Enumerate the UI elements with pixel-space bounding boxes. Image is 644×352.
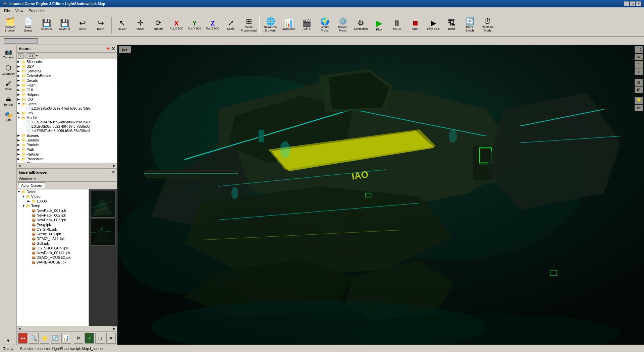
tree-procedural[interactable]: ▶ 📁 Procedural — [17, 157, 117, 161]
save-as-button[interactable]: 💾 Save As — [38, 15, 55, 35]
menu-file[interactable]: File — [1, 8, 13, 13]
imperial-close-button[interactable]: ✕ — [112, 170, 115, 175]
file-newpack002[interactable]: 📦 NewPack_002.ipk — [17, 213, 89, 218]
tree-helpers[interactable]: ▶ 📁 Helpers — [17, 92, 117, 97]
imperial-star-button[interactable]: ⭐ — [40, 333, 49, 344]
sidebar-imb-tool[interactable]: 🎭 IMB — [1, 109, 16, 124]
vp-move2-button[interactable]: ⧉ — [635, 79, 643, 86]
file-newpack003[interactable]: 📦 NewPack_003.ipk — [17, 218, 89, 222]
sidebar-camera-tool[interactable]: 📷 Camera — [1, 46, 16, 61]
file-os-shotgun[interactable]: 📦 OS_SHOTGUN.ipk — [17, 246, 89, 250]
tree-sounds[interactable]: ▶ 📁 Sounds — [17, 138, 117, 142]
sidebar-paint-tool[interactable]: 🖌 Paint — [1, 78, 16, 93]
file-newpack00144[interactable]: 📦 NewPack_00144.ipk — [17, 250, 89, 255]
file-cy-girl[interactable]: 📦 CY-GIRL.ipk — [17, 227, 89, 232]
scale-button[interactable]: ⤢ Scale — [222, 15, 239, 35]
imperial-square-button[interactable]: □ — [95, 333, 105, 344]
vp-fullscreen-button[interactable]: ⛶ — [635, 46, 643, 53]
tree-model-1[interactable]: 📄 1.1.a5a8f470-0eb2-4ffe-bf88-0d1a1569 — [17, 120, 117, 124]
anite-button[interactable]: 🎬 AniTE — [298, 15, 315, 35]
imperial-flag-button[interactable]: 🏳 — [74, 333, 83, 344]
simulation-button[interactable]: ⚙ Simulation — [352, 15, 370, 35]
maximize-button[interactable]: □ — [630, 1, 635, 6]
rot-x-button[interactable]: X Rot.X 90C — [168, 15, 185, 35]
imperial-scroll-track[interactable] — [22, 327, 112, 331]
imperial-refresh-button[interactable]: 🔄 — [51, 333, 60, 344]
tree-scenes[interactable]: ▶ 📁 Scenes — [17, 133, 117, 138]
rot-y-button[interactable]: Y Rot.Y 90C — [186, 15, 203, 35]
tree-models[interactable]: ▼ 📂 Models — [17, 115, 117, 120]
scroll-left-btn[interactable]: ◀ — [17, 164, 22, 168]
minimize-button[interactable]: _ — [624, 1, 629, 6]
imperial-horiz-scroll[interactable]: ◀ ▶ — [17, 326, 117, 331]
tree-model-2[interactable]: 📄 1.3.d9c0b058-8d22-49f4-87fd-7858e3cf — [17, 124, 117, 129]
ports-synch-button[interactable]: 🔄 Ports Synch — [461, 15, 478, 35]
move-button[interactable]: ✛ Move — [131, 15, 149, 35]
tree-path[interactable]: ▶ 📁 Path — [17, 147, 117, 152]
file-demo[interactable]: ▼ 📂 Demo — [17, 189, 89, 194]
tree-decals[interactable]: ▶ 📁 Decals — [17, 78, 117, 83]
file-temp[interactable]: ▼ 📂 Temp — [17, 203, 89, 208]
actors-pin-button[interactable]: 📌 — [105, 46, 110, 51]
rotate-button[interactable]: ⟳ Rotate — [150, 15, 167, 35]
pause-button[interactable]: ⏸ Pause — [388, 15, 406, 35]
scroll-track[interactable] — [22, 164, 112, 168]
view-3d-button[interactable]: 3D — [27, 53, 35, 59]
resource-browser-button[interactable]: 🌐 Resource Browser — [262, 15, 279, 35]
file-gui[interactable]: 📦 GUI.ipk — [17, 241, 89, 246]
tree-icg[interactable]: ▶ 📁 ICG — [17, 97, 117, 102]
menu-view[interactable]: View — [13, 8, 26, 13]
viewport[interactable]: IAO 3D▼ ⛶ 👁 # + — [117, 45, 644, 345]
tree-lights[interactable]: ▼ 📂 Lights — [17, 102, 117, 106]
save-all-button[interactable]: 💾 Save All — [56, 15, 73, 35]
file-newpack001[interactable]: 📦 NewPack_001.ipk — [17, 208, 89, 213]
build-button[interactable]: 🏗 Build — [443, 15, 460, 35]
redo-button[interactable]: ↪ Redo — [92, 15, 109, 35]
vp-eye-button[interactable]: 👁 — [635, 54, 643, 60]
file-video[interactable]: ▼ 📂 Video — [17, 194, 89, 199]
sidebar-expand-btn[interactable]: ▼ — [6, 338, 11, 343]
vp-add-button[interactable]: + — [635, 68, 643, 75]
tree-bilboards[interactable]: ▶ 📁 Bilboards — [17, 59, 117, 64]
file-warehouse[interactable]: 📦 WAREHOUSE.ipk — [17, 260, 89, 265]
vp-grid-button[interactable]: # — [635, 61, 643, 68]
tree-particle1[interactable]: ▶ 📁 Particle — [17, 142, 117, 147]
vp-3d-button[interactable]: 3D▼ — [119, 46, 131, 53]
imperial-search-button[interactable]: 🔍 — [29, 333, 38, 344]
actors-horiz-scroll[interactable]: ◀ ▶ — [17, 163, 117, 168]
imperial-chart-button[interactable]: 📊 — [61, 333, 71, 344]
imperial-add-button[interactable]: + — [85, 333, 94, 344]
toolbar2-slider[interactable] — [4, 38, 38, 44]
world-prefs-button[interactable]: 🌍 World Prefs. — [316, 15, 333, 35]
file-peng[interactable]: 📦 Peng.ipk — [17, 222, 89, 227]
project-prefs-button[interactable]: ⚙️ Project Prefs. — [334, 15, 352, 35]
file-demo-house2[interactable]: 📦 DEMO_HOUSE2.ipk — [17, 255, 89, 260]
vp-scale-button[interactable]: ⊞ — [635, 86, 643, 93]
view-3d-dropdown[interactable]: ▼ — [36, 54, 38, 57]
imperial-window-dropdown[interactable]: Window ▼ — [19, 177, 36, 181]
realtime-mode-button[interactable]: ⏱ Realtime Mode — [479, 15, 496, 35]
actors-close-button[interactable]: ✕ — [112, 46, 115, 51]
tree-gui[interactable]: ▶ 📁 GUI — [17, 87, 117, 92]
stop-button[interactable]: ⏹ Stop — [407, 15, 424, 35]
project-browser-button[interactable]: 🗂️ Project Browser — [1, 15, 19, 35]
tree-celestia[interactable]: ▶ 📁 CelestiaBodies — [17, 73, 117, 78]
sidebar-terrain-tool[interactable]: ⛰ Terrain — [1, 94, 16, 108]
imperial-scroll-left[interactable]: ◀ — [17, 327, 22, 331]
file-scene001[interactable]: 📦 Scene_001.ipk — [17, 232, 89, 236]
tree-flash[interactable]: ▶ 📁 Flash — [17, 83, 117, 87]
actors-add-button[interactable]: + — [18, 53, 23, 59]
tab-actor-classes[interactable]: Actor Clases — [18, 182, 45, 188]
tree-bsp[interactable]: ▶ 📁 BSP — [17, 64, 117, 69]
select-button[interactable]: ↖ Select — [113, 15, 131, 35]
new-scene-button[interactable]: 📄 New Scene — [19, 15, 37, 35]
imperial-dots-button[interactable]: ••• — [18, 333, 28, 344]
tree-model-3[interactable]: 📄 1.4.fffff537-dea8-4099-b5d8-55a239cc3 — [17, 129, 117, 133]
file-demo-hall[interactable]: 📦 DEMO_HALL.ipk — [17, 236, 89, 241]
undo-button[interactable]: ↩ Undo — [74, 15, 91, 35]
rot-z-button[interactable]: Z Rot.Z 90C — [204, 15, 221, 35]
lawmaker-button[interactable]: 📊 LawMaker — [280, 15, 297, 35]
tree-lights-item1[interactable]: 📄 1.2.872a8a38-d2ee-47ed-b39d-2c75f92- — [17, 106, 117, 111]
tree-link[interactable]: ▶ 📁 Link — [17, 111, 117, 115]
sidebar-geometry-tool[interactable]: ⬡ Geometry — [1, 62, 16, 77]
